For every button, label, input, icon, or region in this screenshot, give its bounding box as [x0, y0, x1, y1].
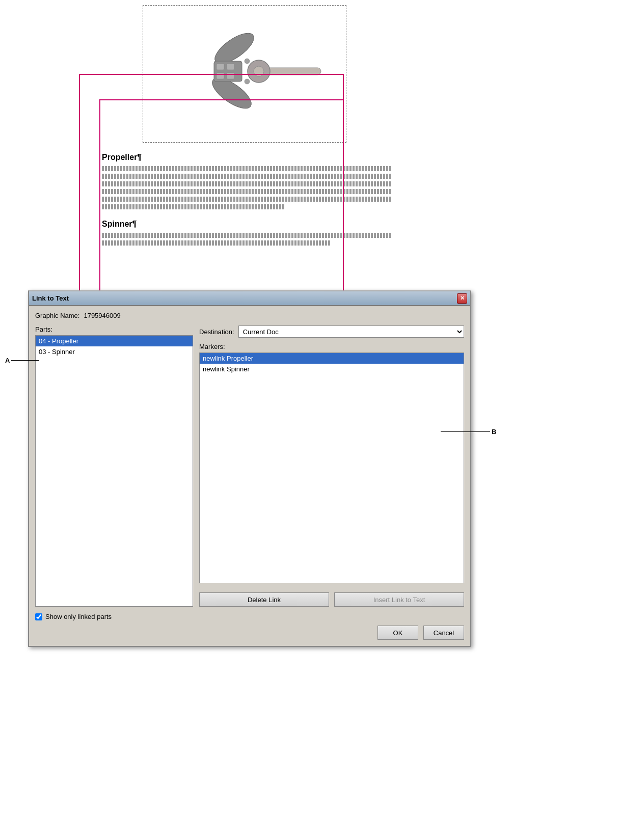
dialog-bottom: Show only linked parts OK Cancel	[35, 613, 464, 640]
annotation-b: B	[492, 428, 496, 436]
graphic-name-value: 1795946009	[84, 312, 120, 319]
dialog-columns: Parts: 04 - Propeller 03 - Spinner Desti…	[35, 326, 464, 607]
checkbox-row: Show only linked parts	[35, 613, 464, 620]
dialog-body: Graphic Name: 1795946009 Parts: 04 - Pro…	[29, 306, 470, 646]
destination-row: Destination: Current Doc Other Doc	[199, 326, 464, 338]
annotation-a: A	[5, 357, 10, 364]
link-to-text-dialog: Link to Text ✕ Graphic Name: 1795946009 …	[28, 290, 471, 647]
close-button[interactable]: ✕	[457, 293, 467, 304]
markers-label-row: Markers:	[199, 343, 464, 350]
document-area: Propeller¶ Spinner¶	[0, 0, 621, 316]
parts-item-propeller[interactable]: 04 - Propeller	[36, 336, 193, 346]
annotation-a-line	[11, 360, 39, 361]
markers-section: Markers: newlink Propeller newlink Spinn…	[199, 343, 464, 583]
action-buttons-row: Delete Link Insert Link to Text	[199, 592, 464, 607]
annotation-b-line	[441, 431, 490, 432]
parts-label: Parts:	[35, 326, 52, 333]
marker-item-propeller[interactable]: newlink Propeller	[200, 353, 464, 364]
delete-link-button[interactable]: Delete Link	[199, 592, 329, 607]
right-column: Destination: Current Doc Other Doc Marke…	[199, 326, 464, 607]
ok-button[interactable]: OK	[377, 626, 418, 640]
svg-rect-7	[217, 64, 224, 70]
parts-list[interactable]: 04 - Propeller 03 - Spinner	[35, 335, 193, 607]
parts-column: Parts: 04 - Propeller 03 - Spinner	[35, 326, 193, 607]
parts-label-row: Parts:	[35, 326, 193, 333]
graphic-name-row: Graphic Name: 1795946009	[35, 312, 464, 319]
dialog-titlebar: Link to Text ✕	[29, 291, 470, 306]
ok-cancel-row: OK Cancel	[35, 626, 464, 640]
pink-rect-inner	[99, 99, 344, 311]
destination-select[interactable]: Current Doc Other Doc	[238, 326, 464, 338]
show-only-linked-checkbox[interactable]	[35, 613, 42, 620]
marker-item-spinner[interactable]: newlink Spinner	[200, 364, 464, 374]
markers-list[interactable]: newlink Propeller newlink Spinner	[199, 353, 464, 583]
svg-point-11	[245, 59, 250, 64]
dialog-title: Link to Text	[32, 294, 69, 302]
markers-label: Markers:	[199, 343, 225, 350]
svg-rect-8	[227, 64, 234, 70]
destination-label: Destination:	[199, 328, 234, 336]
show-only-linked-label: Show only linked parts	[45, 613, 112, 620]
destination-select-wrapper: Current Doc Other Doc	[238, 326, 464, 338]
graphic-name-label: Graphic Name:	[35, 312, 79, 319]
cancel-button[interactable]: Cancel	[423, 626, 464, 640]
insert-link-button[interactable]: Insert Link to Text	[334, 592, 464, 607]
parts-item-spinner[interactable]: 03 - Spinner	[36, 346, 193, 357]
